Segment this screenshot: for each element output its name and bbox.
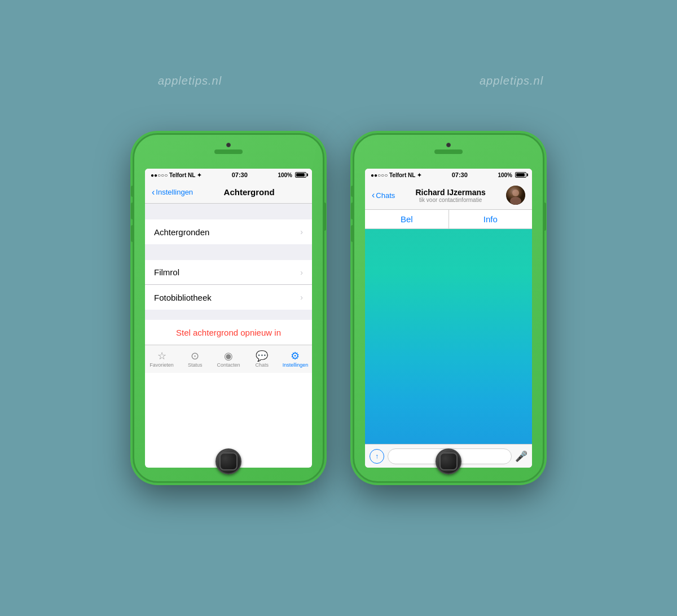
phone-2-screen: ●●○○○ Telfort NL ✦ 07:30 100% ‹ Chats Ri… <box>365 169 532 468</box>
reset-row[interactable]: Stel achtergrond opnieuw in <box>145 320 312 345</box>
contact-subtitle: tik voor contactinformatie <box>419 197 482 203</box>
tab-label-chats: Chats <box>255 362 269 368</box>
camera-2 <box>446 143 451 147</box>
phone-1: ●●○○○ Telfort NL ✦ 07:30 100% ‹ Instelli… <box>133 133 324 483</box>
mute-button-2[interactable] <box>351 186 354 197</box>
tab-instellingen[interactable]: ⚙ Instellingen <box>279 345 312 373</box>
chevron-foto: › <box>300 293 303 302</box>
battery-icon-2 <box>515 172 526 178</box>
phone-1-screen: ●●○○○ Telfort NL ✦ 07:30 100% ‹ Instelli… <box>145 169 312 468</box>
settings-section-1: Achtergronden › <box>145 219 312 244</box>
nav-bar-1: ‹ Instellingen Achtergrond <box>145 181 312 204</box>
home-button-2[interactable] <box>436 448 461 474</box>
info-button[interactable]: Info <box>449 210 533 228</box>
volume-up-button-2[interactable] <box>351 203 354 219</box>
battery-status-2: 100% <box>498 172 526 178</box>
settings-gap-1 <box>145 204 312 214</box>
avatar-image <box>506 186 525 205</box>
phone-1-body: ●●○○○ Telfort NL ✦ 07:30 100% ‹ Instelli… <box>133 133 324 483</box>
carrier-2: ●●○○○ Telfort NL ✦ <box>371 172 421 178</box>
tab-status[interactable]: ⊙ Status <box>178 345 212 373</box>
carrier-1: ●●○○○ Telfort NL ✦ <box>151 172 201 178</box>
camera <box>226 143 231 147</box>
upload-icon: ↑ <box>375 452 379 460</box>
nav-bar-2: ‹ Chats Richard IJzermans tik voor conta… <box>365 181 532 210</box>
chats-icon: 💬 <box>256 351 268 361</box>
page-background: appletips.nl appletips.nl ●●○○○ Telfort … <box>0 0 677 616</box>
tab-contacten[interactable]: ◉ Contacten <box>212 345 245 373</box>
contact-info-block[interactable]: Richard IJzermans tik voor contactinform… <box>398 188 503 203</box>
row-label-filmrol: Filmrol <box>154 267 179 277</box>
time-2: 07:30 <box>452 171 468 178</box>
home-btn-inner-1 <box>219 452 238 470</box>
reset-label: Stel achtergrond opnieuw in <box>176 328 281 337</box>
chat-toolbar: Bel Info <box>365 210 532 229</box>
svg-point-2 <box>510 197 521 205</box>
settings-row-foto[interactable]: Fotobibliotheek › <box>145 285 312 310</box>
tab-label-contacten: Contacten <box>217 362 240 368</box>
status-bar-1: ●●○○○ Telfort NL ✦ 07:30 100% <box>145 169 312 181</box>
home-btn-inner-2 <box>439 452 458 470</box>
phone-2-body: ●●○○○ Telfort NL ✦ 07:30 100% ‹ Chats Ri… <box>353 133 544 483</box>
bel-button[interactable]: Bel <box>365 210 449 228</box>
back-chevron-1: ‹ <box>152 188 155 197</box>
settings-gap-3 <box>145 310 312 320</box>
contacten-icon: ◉ <box>224 351 233 361</box>
tab-label-instellingen: Instellingen <box>283 362 309 368</box>
volume-down-button-2[interactable] <box>351 225 354 242</box>
contact-name: Richard IJzermans <box>415 188 486 197</box>
status-icon: ⊙ <box>191 351 199 361</box>
instellingen-icon: ⚙ <box>291 351 300 361</box>
watermark-left: appletips.nl <box>158 74 222 87</box>
speaker-2 <box>434 149 463 154</box>
phone-top-details-2 <box>434 143 463 154</box>
nav-title-1: Achtergrond <box>193 187 305 197</box>
battery-pct-1: 100% <box>278 172 292 178</box>
back-label-1: Instellingen <box>156 188 193 196</box>
chat-content-area <box>365 229 532 444</box>
row-label-foto: Fotobibliotheek <box>154 293 212 302</box>
status-bar-2: ●●○○○ Telfort NL ✦ 07:30 100% <box>365 169 532 181</box>
power-button-2[interactable] <box>543 203 546 231</box>
microphone-icon[interactable]: 🎤 <box>515 450 527 463</box>
tab-chats[interactable]: 💬 Chats <box>245 345 279 373</box>
phone-top-details <box>214 143 243 154</box>
back-chevron-2: ‹ <box>372 191 375 200</box>
power-button[interactable] <box>323 203 326 231</box>
tab-label-status: Status <box>188 362 203 368</box>
chevron-filmrol: › <box>300 268 303 277</box>
volume-down-button[interactable] <box>131 225 134 242</box>
tab-bar-1: ☆ Favorieten ⊙ Status ◉ Contacten 💬 Chat… <box>145 345 312 373</box>
back-button-2[interactable]: ‹ Chats <box>372 191 395 200</box>
volume-up-button[interactable] <box>131 203 134 219</box>
settings-content: Achtergronden › Filmrol › Fotobibliothee… <box>145 204 312 345</box>
time-1: 07:30 <box>232 171 248 178</box>
watermark-right: appletips.nl <box>480 74 543 87</box>
settings-row-achtergronden[interactable]: Achtergronden › <box>145 219 312 244</box>
row-label-achtergronden: Achtergronden <box>154 227 209 237</box>
settings-gap-2 <box>145 244 312 254</box>
back-label-2: Chats <box>376 191 395 200</box>
settings-row-filmrol[interactable]: Filmrol › <box>145 260 312 285</box>
battery-status-1: 100% <box>278 172 306 178</box>
chevron-achtergronden: › <box>300 227 303 236</box>
battery-icon-1 <box>295 172 306 178</box>
favorieten-icon: ☆ <box>157 351 166 361</box>
mute-button[interactable] <box>131 186 134 197</box>
upload-button[interactable]: ↑ <box>370 449 384 464</box>
contact-avatar[interactable] <box>506 186 525 205</box>
home-button-1[interactable] <box>216 448 241 474</box>
phone-2: ●●○○○ Telfort NL ✦ 07:30 100% ‹ Chats Ri… <box>353 133 544 483</box>
settings-section-2: Filmrol › Fotobibliotheek › <box>145 260 312 310</box>
back-button-1[interactable]: ‹ Instellingen <box>152 188 193 197</box>
speaker <box>214 149 243 154</box>
battery-pct-2: 100% <box>498 172 512 178</box>
tab-label-favorieten: Favorieten <box>150 362 174 368</box>
svg-point-1 <box>512 190 519 196</box>
tab-favorieten[interactable]: ☆ Favorieten <box>145 345 178 373</box>
